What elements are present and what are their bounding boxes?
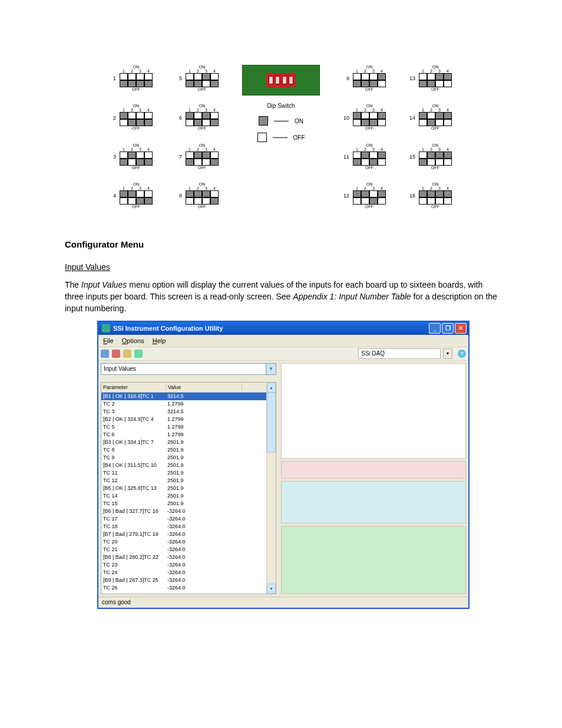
app-window: SSi Instrument Configuration Utility _ ❐… (97, 321, 470, 609)
dip-unit-12: 12ON1234OFF (343, 182, 386, 209)
table-row[interactable]: TC 20-3264.0 (101, 538, 266, 546)
status-bar: coms good (98, 597, 468, 608)
section-heading: Configurator Menu (65, 239, 497, 249)
dip-unit-1: 1ON1234OFF (110, 65, 153, 92)
minimize-button[interactable]: _ (429, 323, 441, 334)
dip-unit-10: 10ON1234OFF (343, 104, 386, 131)
dip-unit-5: 5ON1234OFF (176, 65, 219, 92)
legend-on-label: ON (295, 118, 303, 124)
view-combo[interactable]: Input Values ▼ (101, 363, 276, 375)
toolbar-icon-3[interactable] (123, 350, 131, 358)
col-value[interactable]: Value (166, 384, 242, 390)
menubar: File Options Help (98, 335, 468, 347)
table-row[interactable]: TC 18-3264.0 (101, 523, 266, 531)
device-combo-drop[interactable]: ▼ (443, 348, 452, 359)
table-row[interactable]: TC 92501.9 (101, 454, 266, 462)
legend-title: Dip Switch (267, 103, 295, 109)
col-parameter[interactable]: Parameter (101, 384, 166, 390)
toolbar-icon-4[interactable] (134, 350, 143, 358)
dip-switch-diagram: 1ON1234OFF2ON1234OFF3ON1234OFF4ON1234OFF… (65, 65, 497, 210)
panel-3 (281, 481, 466, 523)
maximize-button[interactable]: ❐ (442, 323, 454, 334)
table-row[interactable]: TC 112501.9 (101, 469, 266, 477)
table-row[interactable]: TC 152501.9 (101, 500, 266, 508)
table-row[interactable]: TC 21.2799 (101, 400, 266, 408)
menu-file[interactable]: File (103, 337, 114, 344)
dip-legend: Dip Switch ON OFF (242, 65, 320, 210)
table-row[interactable]: TC 61.2799 (101, 431, 266, 439)
dip-unit-9: 9ON1234OFF (343, 65, 386, 92)
table-row[interactable]: TC 23-3264.0 (101, 561, 266, 569)
table-row[interactable]: [B5 | OK | 325.8]TC 132501.9 (101, 485, 266, 492)
window-title: SSi Instrument Configuration Utility (113, 325, 223, 332)
menu-options[interactable]: Options (122, 337, 144, 344)
table-row[interactable]: [B6 | Bad | 327.7]TC 16-3264.0 (101, 508, 266, 515)
dip-unit-2: 2ON1234OFF (110, 104, 153, 131)
legend-off-label: OFF (293, 134, 305, 141)
table-row[interactable]: TC 17-3264.0 (101, 515, 266, 523)
toolbar: SSi DAQ ▼ ? (98, 347, 468, 361)
toolbar-icon-2[interactable] (112, 350, 120, 358)
table-row[interactable]: [B3 | OK | 334.1]TC 72501.9 (101, 439, 266, 446)
pcb-photo (242, 65, 320, 95)
dip-unit-7: 7ON1234OFF (176, 143, 219, 170)
table-row[interactable]: [B2 | OK | 324.9]TC 41.2799 (101, 416, 266, 423)
table-row[interactable]: [B9 | Bad | 287.3]TC 25-3264.0 (101, 577, 266, 584)
table-row[interactable]: [B7 | Bad | 279.1]TC 19-3264.0 (101, 531, 266, 538)
panel-4 (281, 526, 466, 594)
legend-off-box (257, 133, 267, 142)
dip-unit-4: 4ON1234OFF (110, 182, 153, 209)
table-row[interactable]: TC 142501.9 (101, 492, 266, 500)
titlebar: SSi Instrument Configuration Utility _ ❐… (98, 322, 468, 335)
right-panels (279, 361, 468, 597)
panel-2 (281, 461, 466, 479)
dip-unit-8: 8ON1234OFF (176, 182, 219, 209)
grid-scrollbar[interactable]: ▲ ▼ (266, 383, 276, 594)
table-row[interactable]: TC 27-3264.0 (101, 592, 266, 594)
chevron-down-icon[interactable]: ▼ (266, 363, 276, 375)
scroll-thumb[interactable] (267, 393, 276, 453)
app-icon (102, 324, 110, 332)
table-row[interactable]: TC 26-3264.0 (101, 584, 266, 592)
dip-unit-15: 15ON1234OFF (409, 143, 452, 170)
dip-unit-11: 11ON1234OFF (343, 143, 386, 170)
dip-unit-14: 14ON1234OFF (409, 104, 452, 131)
table-row[interactable]: [B4 | OK | 311.5]TC 102501.9 (101, 462, 266, 469)
device-combo[interactable]: SSi DAQ (358, 348, 441, 359)
table-row[interactable]: [B1 | OK | 315.8]TC 13214.5 (101, 393, 266, 400)
scroll-down-icon[interactable]: ▼ (267, 584, 276, 594)
toolbar-icon-1[interactable] (101, 350, 109, 358)
table-row[interactable]: TC 51.2799 (101, 423, 266, 431)
table-row[interactable]: TC 122501.9 (101, 477, 266, 485)
values-grid: Parameter Value [B1 | OK | 315.8]TC 1321… (101, 382, 276, 594)
dip-unit-3: 3ON1234OFF (110, 143, 153, 170)
close-button[interactable]: ✕ (455, 323, 467, 334)
paragraph: The Input Values menu option will displa… (65, 279, 497, 315)
dip-unit-16: 16ON1234OFF (409, 182, 452, 209)
subsection-heading: Input Values (65, 262, 110, 272)
help-icon[interactable]: ? (458, 350, 466, 358)
table-row[interactable]: TC 82501.9 (101, 446, 266, 454)
panel-1 (281, 363, 466, 459)
scroll-up-icon[interactable]: ▲ (267, 383, 276, 393)
table-row[interactable]: TC 33214.5 (101, 408, 266, 416)
legend-on-box (259, 116, 268, 126)
table-row[interactable]: TC 24-3264.0 (101, 569, 266, 577)
dip-unit-13: 13ON1234OFF (409, 65, 452, 92)
table-row[interactable]: TC 21-3264.0 (101, 546, 266, 554)
grid-header: Parameter Value (101, 383, 266, 393)
table-row[interactable]: [B8 | Bad | 280.2]TC 22-3264.0 (101, 554, 266, 561)
dip-unit-6: 6ON1234OFF (176, 104, 219, 131)
menu-help[interactable]: Help (153, 337, 166, 344)
